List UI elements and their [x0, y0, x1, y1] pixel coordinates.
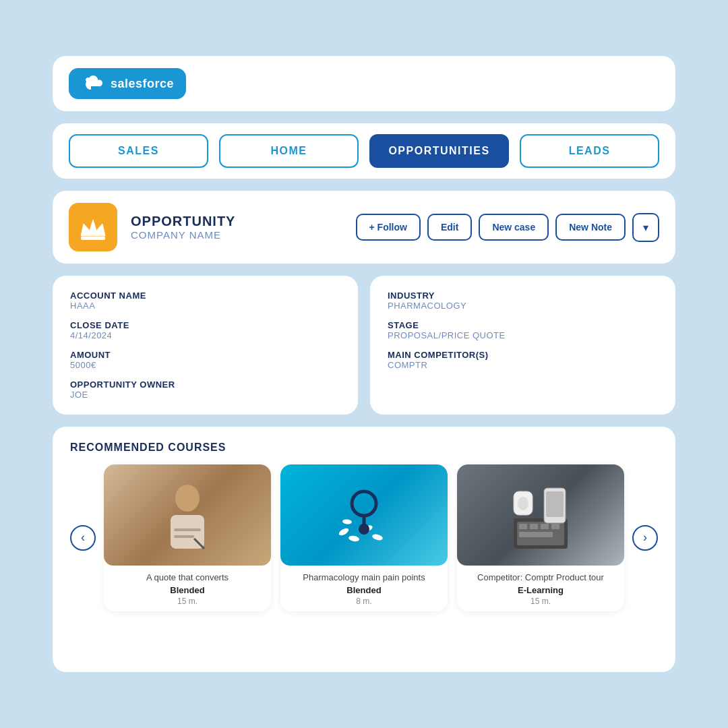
salesforce-logo: salesforce [69, 68, 186, 99]
course-type-2: Blended [346, 585, 381, 595]
opportunity-subtitle: COMPANY NAME [131, 229, 342, 241]
course-card-3[interactable]: Competitor: Comptr Product tour E-Learni… [457, 464, 624, 611]
course-name-3: Competitor: Comptr Product tour [477, 572, 604, 584]
svg-rect-18 [530, 524, 538, 529]
new-case-button[interactable]: New case [479, 214, 549, 241]
svg-point-14 [359, 524, 369, 535]
competitor-label: MAIN COMPETITOR(S) [388, 350, 658, 360]
opportunity-icon [69, 203, 117, 251]
salesforce-text: salesforce [111, 77, 174, 91]
amount-value: 5000€ [70, 360, 340, 370]
new-note-button[interactable]: New Note [555, 214, 626, 241]
details-left-card: ACCOUNT NAME HAAA CLOSE DATE 4/14/2024 A… [53, 276, 358, 415]
svg-rect-4 [174, 528, 201, 531]
nav-sales[interactable]: SALES [69, 134, 208, 168]
course-card-1[interactable]: A quote that converts Blended 15 m. [104, 464, 271, 611]
svg-point-2 [175, 485, 200, 512]
course-type-3: E-Learning [518, 585, 564, 595]
courses-section-title: RECOMMENDED COURSES [70, 442, 658, 454]
close-date-item: CLOSE DATE 4/14/2024 [70, 320, 340, 340]
course-image-3 [457, 464, 624, 566]
course-name-1: A quote that converts [146, 572, 229, 584]
course-duration-3: 15 m. [530, 597, 551, 606]
svg-rect-5 [174, 535, 194, 538]
svg-point-12 [352, 491, 376, 516]
owner-label: OPPORTUNITY OWNER [70, 380, 340, 390]
nav-home[interactable]: HOME [219, 134, 359, 168]
details-row: ACCOUNT NAME HAAA CLOSE DATE 4/14/2024 A… [53, 276, 675, 415]
course-type-1: Blended [170, 585, 204, 595]
course-duration-1: 15 m. [177, 597, 198, 606]
svg-rect-23 [546, 491, 564, 517]
svg-rect-19 [541, 524, 549, 529]
industry-label: INDUSTRY [388, 291, 658, 301]
course-info-2: Pharmacology main pain points Blended 8 … [280, 566, 448, 611]
close-date-value: 4/14/2024 [70, 330, 340, 340]
owner-item: OPPORTUNITY OWNER JOE [70, 380, 340, 400]
carousel-right-arrow[interactable]: › [632, 525, 658, 551]
recommended-courses-card: RECOMMENDED COURSES ‹ [53, 427, 675, 672]
course-info-1: A quote that converts Blended 15 m. [104, 566, 271, 611]
account-name-label: ACCOUNT NAME [70, 291, 340, 301]
industry-item: INDUSTRY PHARMACOLOGY [388, 291, 658, 311]
svg-point-8 [348, 535, 359, 543]
competitor-item: MAIN COMPETITOR(S) COMPTR [388, 350, 658, 370]
stage-item: STAGE PROPOSAL/PRICE QUOTE [388, 320, 658, 340]
course-name-2: Pharmacology main pain points [303, 572, 425, 584]
svg-rect-20 [551, 524, 559, 529]
account-name-item: ACCOUNT NAME HAAA [70, 291, 340, 311]
courses-carousel: ‹ A quote that [70, 464, 658, 611]
svg-rect-21 [519, 532, 553, 537]
nav-opportunities[interactable]: OPPORTUNITIES [369, 134, 509, 168]
stethoscope-icon [330, 478, 398, 552]
courses-list: A quote that converts Blended 15 m. [104, 464, 624, 611]
opportunity-title: OPPORTUNITY [131, 214, 342, 229]
course-duration-2: 8 m. [356, 597, 371, 606]
svg-point-11 [342, 519, 353, 524]
svg-marker-0 [81, 220, 105, 236]
course-card-2[interactable]: Pharmacology main pain points Blended 8 … [280, 464, 448, 611]
stage-label: STAGE [388, 320, 658, 330]
opportunity-actions: + Follow Edit New case New Note ▾ [356, 213, 659, 242]
close-date-label: CLOSE DATE [70, 320, 340, 330]
dropdown-button[interactable]: ▾ [632, 213, 659, 242]
person-writing-icon [157, 478, 218, 552]
details-right-card: INDUSTRY PHARMACOLOGY STAGE PROPOSAL/PRI… [370, 276, 675, 415]
svg-point-10 [371, 533, 384, 541]
follow-button[interactable]: + Follow [356, 214, 421, 241]
course-info-3: Competitor: Comptr Product tour E-Learni… [457, 566, 624, 611]
course-image-2 [280, 464, 448, 566]
tech-devices-icon [507, 478, 574, 552]
crown-icon [78, 214, 108, 240]
nav-card: SALES HOME OPPORTUNITIES LEADS [53, 123, 675, 179]
amount-item: AMOUNT 5000€ [70, 350, 340, 370]
svg-point-25 [518, 497, 528, 510]
carousel-left-arrow[interactable]: ‹ [70, 525, 96, 551]
header-card: salesforce [53, 56, 675, 111]
opportunity-title-block: OPPORTUNITY COMPANY NAME [131, 214, 342, 241]
competitor-value: COMPTR [388, 360, 658, 370]
nav-leads[interactable]: LEADS [520, 134, 659, 168]
svg-rect-17 [519, 524, 527, 529]
app-container: salesforce SALES HOME OPPORTUNITIES LEAD… [34, 37, 694, 691]
svg-point-7 [338, 527, 350, 537]
salesforce-cloud-icon [81, 75, 105, 92]
stage-value: PROPOSAL/PRICE QUOTE [388, 330, 658, 340]
amount-label: AMOUNT [70, 350, 340, 360]
svg-rect-1 [81, 237, 105, 240]
opportunity-header-card: OPPORTUNITY COMPANY NAME + Follow Edit N… [53, 191, 675, 264]
edit-button[interactable]: Edit [427, 214, 472, 241]
owner-value: JOE [70, 390, 340, 400]
industry-value: PHARMACOLOGY [388, 301, 658, 311]
account-name-value: HAAA [70, 301, 340, 311]
course-image-1 [104, 464, 271, 566]
